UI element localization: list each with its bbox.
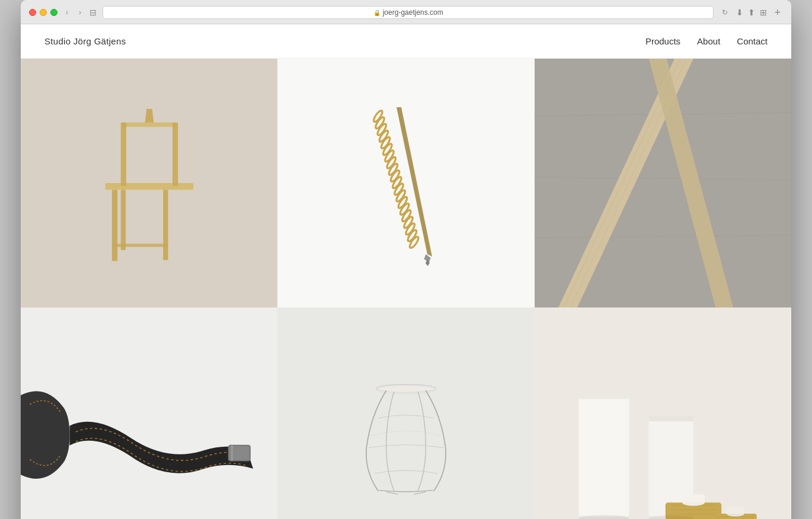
nav-products[interactable]: Products <box>645 36 680 46</box>
product-grid <box>21 59 791 519</box>
fullscreen-button[interactable] <box>50 9 57 16</box>
sidebar-button[interactable]: ⊟ <box>89 8 97 17</box>
product-cell-candles[interactable] <box>535 307 791 519</box>
svg-rect-56 <box>682 494 705 502</box>
product-cell-chair[interactable] <box>21 59 277 307</box>
svg-rect-4 <box>172 123 178 186</box>
product-cell-table[interactable] <box>277 307 534 519</box>
browser-actions: ⬇ ⬆ ⊞ + <box>736 7 783 19</box>
svg-rect-6 <box>163 190 168 260</box>
strap-illustration <box>21 307 277 519</box>
site-nav: Products About Contact <box>645 36 768 46</box>
candles-illustration <box>562 343 763 519</box>
pen-illustration <box>359 82 453 284</box>
url-text: joerg-gaetjens.com <box>383 8 443 17</box>
extensions-button[interactable]: ⬇ <box>736 7 743 19</box>
svg-rect-8 <box>112 244 168 247</box>
svg-rect-47 <box>579 393 629 399</box>
browser-window: ‹ › ⊟ 🔒 joerg-gaetjens.com ↻ ⬇ ⬆ ⊞ + Stu… <box>21 0 791 519</box>
product-cell-pen[interactable] <box>277 59 534 307</box>
website-content: Studio Jörg Gätjens Products About Conta… <box>21 24 791 519</box>
svg-point-29 <box>372 110 383 123</box>
lock-icon: 🔒 <box>373 9 381 16</box>
nav-about[interactable]: About <box>697 36 720 46</box>
svg-rect-5 <box>112 190 117 261</box>
svg-rect-7 <box>120 190 125 250</box>
svg-rect-42 <box>231 446 233 461</box>
svg-rect-1 <box>122 123 177 127</box>
new-tab-button[interactable]: + <box>772 7 783 19</box>
address-bar[interactable]: 🔒 joerg-gaetjens.com <box>103 6 714 19</box>
back-button[interactable]: ‹ <box>63 7 71 18</box>
shelf-illustration <box>535 59 791 307</box>
more-button[interactable]: ⊞ <box>760 7 767 19</box>
traffic-lights <box>29 9 57 16</box>
svg-rect-49 <box>649 416 694 421</box>
svg-marker-9 <box>397 107 432 257</box>
browser-chrome: ‹ › ⊟ 🔒 joerg-gaetjens.com ↻ ⬇ ⬆ ⊞ + <box>21 0 791 24</box>
minimize-button[interactable] <box>40 9 47 16</box>
share-button[interactable]: ⬆ <box>748 7 755 19</box>
svg-rect-3 <box>120 123 126 186</box>
site-logo[interactable]: Studio Jörg Gätjens <box>44 36 126 46</box>
product-cell-shelf[interactable] <box>535 59 791 307</box>
svg-marker-2 <box>145 109 154 123</box>
svg-rect-0 <box>105 183 193 190</box>
forward-button[interactable]: › <box>76 7 84 18</box>
chair-illustration <box>72 76 226 290</box>
refresh-button[interactable]: ↻ <box>720 7 730 18</box>
nav-contact[interactable]: Contact <box>737 36 768 46</box>
svg-rect-46 <box>579 393 629 517</box>
table-illustration <box>347 325 465 519</box>
site-header: Studio Jörg Gätjens Products About Conta… <box>21 24 791 59</box>
close-button[interactable] <box>29 9 36 16</box>
svg-rect-62 <box>727 507 744 514</box>
product-cell-strap[interactable] <box>21 307 277 519</box>
